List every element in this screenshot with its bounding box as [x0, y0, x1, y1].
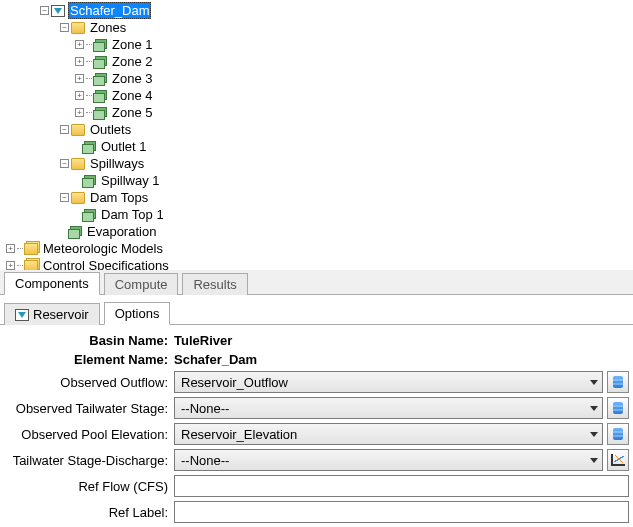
- options-form: Basin Name: TuleRiver Element Name: Scha…: [0, 325, 633, 527]
- select-value: --None--: [181, 453, 229, 468]
- element-name-value: Schafer_Dam: [174, 352, 257, 367]
- folder-stack-icon: [24, 243, 38, 255]
- tree-node-damtops[interactable]: − Dam Tops: [0, 189, 633, 206]
- tree-node-zone[interactable]: + Zone 2: [0, 53, 633, 70]
- zone-icon: [93, 107, 107, 119]
- expand-icon[interactable]: +: [6, 261, 15, 270]
- chevron-down-icon: [590, 380, 598, 385]
- row-tailwater-discharge: Tailwater Stage-Discharge: --None--: [4, 449, 629, 471]
- observed-pool-browse-button[interactable]: [607, 423, 629, 445]
- expand-icon[interactable]: +: [75, 108, 84, 117]
- tailwater-discharge-select[interactable]: --None--: [174, 449, 603, 471]
- select-value: Reservoir_Elevation: [181, 427, 297, 442]
- tree-label: Outlets: [88, 122, 133, 137]
- row-observed-outflow: Observed Outflow: Reservoir_Outflow: [4, 371, 629, 393]
- observed-outflow-select[interactable]: Reservoir_Outflow: [174, 371, 603, 393]
- zone-icon: [93, 39, 107, 51]
- zone-icon: [93, 90, 107, 102]
- tree-node-zone[interactable]: + Zone 3: [0, 70, 633, 87]
- tree-label: Zone 5: [110, 105, 154, 120]
- collapse-icon[interactable]: −: [60, 125, 69, 134]
- collapse-icon[interactable]: −: [40, 6, 49, 15]
- basin-name-value: TuleRiver: [174, 333, 232, 348]
- tree-node-outlets[interactable]: − Outlets: [0, 121, 633, 138]
- outlet-icon: [82, 141, 96, 153]
- zone-icon: [93, 73, 107, 85]
- watershed-tree[interactable]: − Schafer_Dam − Zones + Zone 1 + Zone 2 …: [0, 0, 633, 270]
- tab-options-label: Options: [115, 306, 160, 321]
- tree-label: Spillways: [88, 156, 146, 171]
- tree-node-spillway[interactable]: Spillway 1: [0, 172, 633, 189]
- tailwater-discharge-chart-button[interactable]: [607, 449, 629, 471]
- spillway-icon: [82, 175, 96, 187]
- expand-icon[interactable]: +: [6, 244, 15, 253]
- observed-pool-select[interactable]: Reservoir_Elevation: [174, 423, 603, 445]
- observed-outflow-browse-button[interactable]: [607, 371, 629, 393]
- select-value: Reservoir_Outflow: [181, 375, 288, 390]
- damtop-icon: [82, 209, 96, 221]
- tree-node-control-specs[interactable]: + Control Specifications: [0, 257, 633, 270]
- collapse-icon[interactable]: −: [60, 159, 69, 168]
- tree-label: Outlet 1: [99, 139, 149, 154]
- tree-label-selected[interactable]: Schafer_Dam: [68, 2, 151, 19]
- tree-label: Zone 3: [110, 71, 154, 86]
- tab-options[interactable]: Options: [104, 302, 171, 325]
- tree-node-spillways[interactable]: − Spillways: [0, 155, 633, 172]
- collapse-icon[interactable]: −: [60, 193, 69, 202]
- tree-node-zone[interactable]: + Zone 1: [0, 36, 633, 53]
- expand-icon[interactable]: +: [75, 74, 84, 83]
- tree-node-evaporation[interactable]: Evaporation: [0, 223, 633, 240]
- element-name-label: Element Name:: [4, 352, 174, 367]
- tree-label: Zone 2: [110, 54, 154, 69]
- ref-label-label: Ref Label:: [4, 505, 174, 520]
- database-icon: [613, 402, 623, 414]
- row-basin-name: Basin Name: TuleRiver: [4, 333, 629, 348]
- tree-node-meteorologic[interactable]: + Meteorologic Models: [0, 240, 633, 257]
- tab-compute[interactable]: Compute: [104, 273, 179, 295]
- row-observed-pool: Observed Pool Elevation: Reservoir_Eleva…: [4, 423, 629, 445]
- tailwater-discharge-label: Tailwater Stage-Discharge:: [4, 453, 174, 468]
- database-icon: [613, 428, 623, 440]
- tree-node-outlet[interactable]: Outlet 1: [0, 138, 633, 155]
- folder-icon: [71, 22, 85, 34]
- expand-icon[interactable]: +: [75, 91, 84, 100]
- tree-node-zones[interactable]: − Zones: [0, 19, 633, 36]
- tree-node-schafer-dam[interactable]: − Schafer_Dam: [0, 2, 633, 19]
- observed-outflow-label: Observed Outflow:: [4, 375, 174, 390]
- ref-flow-label: Ref Flow (CFS): [4, 479, 174, 494]
- tab-components[interactable]: Components: [4, 272, 100, 295]
- tree-node-damtop[interactable]: Dam Top 1: [0, 206, 633, 223]
- folder-stack-icon: [24, 260, 38, 271]
- chart-icon: [611, 454, 625, 466]
- row-ref-label: Ref Label:: [4, 501, 629, 523]
- row-observed-tailwater: Observed Tailwater Stage: --None--: [4, 397, 629, 419]
- tab-reservoir[interactable]: Reservoir: [4, 303, 100, 325]
- chevron-down-icon: [590, 406, 598, 411]
- reservoir-icon: [15, 309, 29, 321]
- ref-label-input[interactable]: [174, 501, 629, 523]
- chevron-down-icon: [590, 432, 598, 437]
- main-tab-strip: Components Compute Results: [0, 270, 633, 295]
- tree-label: Evaporation: [85, 224, 158, 239]
- tree-label: Zones: [88, 20, 128, 35]
- tree-label: Meteorologic Models: [41, 241, 165, 256]
- ref-flow-input[interactable]: [174, 475, 629, 497]
- row-ref-flow: Ref Flow (CFS): [4, 475, 629, 497]
- collapse-icon[interactable]: −: [60, 23, 69, 32]
- observed-tailwater-label: Observed Tailwater Stage:: [4, 401, 174, 416]
- tree-label: Zone 4: [110, 88, 154, 103]
- select-value: --None--: [181, 401, 229, 416]
- tree-label: Zone 1: [110, 37, 154, 52]
- folder-icon: [71, 158, 85, 170]
- folder-icon: [71, 192, 85, 204]
- row-element-name: Element Name: Schafer_Dam: [4, 352, 629, 367]
- expand-icon[interactable]: +: [75, 40, 84, 49]
- tree-node-zone[interactable]: + Zone 5: [0, 104, 633, 121]
- reservoir-icon: [51, 5, 65, 17]
- chevron-down-icon: [590, 458, 598, 463]
- tree-node-zone[interactable]: + Zone 4: [0, 87, 633, 104]
- observed-tailwater-browse-button[interactable]: [607, 397, 629, 419]
- observed-tailwater-select[interactable]: --None--: [174, 397, 603, 419]
- tab-results[interactable]: Results: [182, 273, 247, 295]
- expand-icon[interactable]: +: [75, 57, 84, 66]
